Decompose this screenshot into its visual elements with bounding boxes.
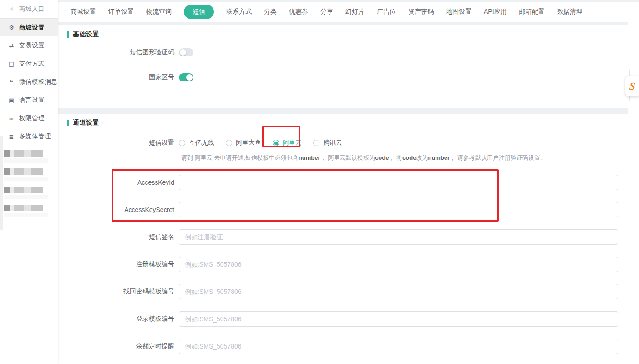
tab-map-settings[interactable]: 地图设置 bbox=[446, 5, 472, 19]
redacted-block bbox=[24, 205, 31, 211]
tab-slideshow[interactable]: 幻灯片 bbox=[345, 5, 365, 19]
redacted-block bbox=[10, 177, 23, 181]
tab-share[interactable]: 分享 bbox=[320, 5, 333, 19]
redacted-block bbox=[4, 205, 10, 211]
toggle-knob bbox=[186, 74, 193, 81]
field-input-sms-signature[interactable] bbox=[179, 229, 618, 245]
field-input-balance-reminder[interactable] bbox=[179, 339, 618, 354]
sidebar-item-wechat-template-message[interactable]: ❝微信模板消息 bbox=[0, 73, 58, 91]
tab-order-settings[interactable]: 订单设置 bbox=[108, 5, 134, 19]
radio-tencent-cloud[interactable]: 腾讯云 bbox=[313, 139, 342, 147]
field-row-sms-signature: 短信签名 bbox=[62, 229, 628, 245]
redacted-block bbox=[23, 213, 33, 217]
toggle-knob bbox=[180, 49, 186, 56]
redacted-block bbox=[33, 158, 48, 163]
radio-dot-icon bbox=[226, 140, 232, 146]
redacted-block bbox=[24, 168, 31, 175]
floating-s-widget[interactable]: S bbox=[625, 76, 639, 96]
redacted-sidebar-item[interactable] bbox=[4, 205, 54, 211]
redacted-block bbox=[33, 195, 48, 199]
sidebar-item-label: 多媒体管理 bbox=[19, 132, 51, 141]
section-accent-bar bbox=[67, 120, 69, 126]
redacted-block bbox=[24, 150, 31, 157]
sidebar-item-language-settings[interactable]: ▣语言设置 bbox=[0, 91, 58, 109]
redacted-block bbox=[10, 150, 14, 157]
basic-toggle-rows: 短信图形验证码国家区号 bbox=[62, 48, 628, 81]
redacted-subline bbox=[4, 195, 54, 199]
hint-segment: 请到 阿里云 去申请开通,短信模板中必须包含 bbox=[181, 154, 299, 161]
tab-api-app[interactable]: API应用 bbox=[484, 5, 507, 19]
field-input-access-key-id[interactable] bbox=[179, 175, 618, 190]
hint-segment: 改为 bbox=[416, 154, 428, 161]
tab-category[interactable]: 分类 bbox=[264, 5, 277, 19]
radio-huyi-wireless[interactable]: 互亿无线 bbox=[179, 139, 214, 147]
tab-sms[interactable]: 短信 bbox=[184, 5, 214, 19]
field-label-login-template-id: 登录模板编号 bbox=[62, 315, 174, 323]
field-label-access-key-secret: AccessKeySecret bbox=[62, 206, 174, 213]
redacted-subline bbox=[4, 177, 54, 181]
tab-ad-slot[interactable]: 广告位 bbox=[377, 5, 396, 19]
toggle-country-code[interactable] bbox=[179, 73, 193, 81]
tab-coupon[interactable]: 优惠券 bbox=[289, 5, 308, 19]
radio-ali-dayu[interactable]: 阿里大鱼 bbox=[226, 139, 261, 147]
hint-segment: number bbox=[428, 154, 450, 161]
sms-setting-label: 短信设置 bbox=[62, 139, 174, 147]
redacted-block bbox=[4, 150, 10, 157]
radio-dot-icon bbox=[313, 140, 320, 146]
redacted-block bbox=[10, 213, 23, 217]
redacted-block bbox=[23, 195, 33, 199]
radio-label: 阿里大鱼 bbox=[236, 139, 261, 147]
sidebar-item-mall-entrance[interactable]: ☝商城入口 bbox=[0, 0, 58, 18]
redacted-block bbox=[4, 168, 10, 175]
gear-icon: ⚙ bbox=[8, 24, 15, 31]
redacted-sidebar-item[interactable] bbox=[4, 150, 54, 157]
radio-dot-icon bbox=[179, 140, 185, 146]
tab-mailbox-config[interactable]: 邮箱配置 bbox=[519, 5, 545, 19]
sidebar-item-multimedia-management[interactable]: ≣多媒体管理 bbox=[0, 127, 58, 146]
sidebar-item-label: 权限管理 bbox=[19, 114, 45, 122]
tab-logistics-query[interactable]: 物流查询 bbox=[146, 5, 172, 19]
redacted-sidebar-item[interactable] bbox=[4, 187, 54, 193]
sidebar-item-mall-settings[interactable]: ⚙商城设置 bbox=[0, 18, 58, 36]
channel-settings-card: 通道设置 短信设置 互亿无线阿里大鱼阿里云腾讯云 请到 阿里云 去申请开通,短信… bbox=[62, 114, 628, 364]
redacted-block bbox=[14, 205, 24, 211]
channel-form-fields: AccessKeyIdAccessKeySecret短信签名注册模板编号找回密码… bbox=[62, 175, 628, 354]
provider-hint-text: 请到 阿里云 去申请开通,短信模板中必须包含number； 阿里云默认模板为co… bbox=[181, 154, 617, 162]
link-icon: ∞ bbox=[8, 115, 15, 122]
channel-section-header: 通道设置 bbox=[62, 119, 628, 126]
toggle-label: 短信图形验证码 bbox=[62, 48, 174, 56]
field-input-login-template-id[interactable] bbox=[179, 311, 618, 327]
toggle-sms-captcha[interactable] bbox=[179, 48, 193, 56]
field-row-access-key-secret: AccessKeySecret bbox=[62, 202, 628, 217]
redacted-block bbox=[4, 177, 10, 181]
tab-contact[interactable]: 联系方式 bbox=[226, 5, 252, 19]
sidebar-item-permission-management[interactable]: ∞权限管理 bbox=[0, 109, 58, 127]
sidebar-item-trade-settings[interactable]: ⇄交易设置 bbox=[0, 36, 58, 55]
sidebar-item-label: 交易设置 bbox=[19, 41, 45, 50]
toggle-label: 国家区号 bbox=[62, 73, 174, 81]
redacted-block bbox=[4, 195, 10, 199]
tab-asset-password[interactable]: 资产密码 bbox=[408, 5, 434, 19]
field-input-register-template-id[interactable] bbox=[179, 257, 618, 272]
hint-segment: number bbox=[299, 154, 320, 161]
redacted-block bbox=[10, 187, 14, 193]
tab-mall-settings[interactable]: 商城设置 bbox=[71, 5, 96, 19]
field-row-login-template-id: 登录模板编号 bbox=[62, 311, 628, 327]
tab-data-cleanup[interactable]: 数据清理 bbox=[557, 5, 583, 19]
field-row-reset-password-template-id: 找回密码模板编号 bbox=[62, 284, 628, 299]
field-input-access-key-secret[interactable] bbox=[179, 202, 618, 217]
basic-section-title: 基础设置 bbox=[73, 30, 99, 39]
redacted-block bbox=[10, 168, 14, 175]
field-row-balance-reminder: 余额定时提醒 bbox=[62, 339, 628, 354]
sms-provider-radio-group: 互亿无线阿里大鱼阿里云腾讯云 bbox=[179, 139, 342, 147]
sidebar-nav: ☝商城入口⚙商城设置⇄交易设置▤支付方式❝微信模板消息▣语言设置∞权限管理≣多媒… bbox=[0, 0, 58, 146]
field-input-reset-password-template-id[interactable] bbox=[179, 284, 618, 299]
basic-section-header: 基础设置 bbox=[62, 31, 628, 38]
hint-segment: code bbox=[375, 154, 389, 161]
redacted-sidebar-item[interactable] bbox=[4, 168, 54, 175]
redacted-block bbox=[23, 177, 33, 181]
field-label-reset-password-template-id: 找回密码模板编号 bbox=[62, 288, 174, 296]
sidebar-item-payment-methods[interactable]: ▤支付方式 bbox=[0, 55, 58, 73]
radio-label: 互亿无线 bbox=[189, 139, 214, 147]
radio-aliyun[interactable]: 阿里云 bbox=[273, 139, 302, 147]
